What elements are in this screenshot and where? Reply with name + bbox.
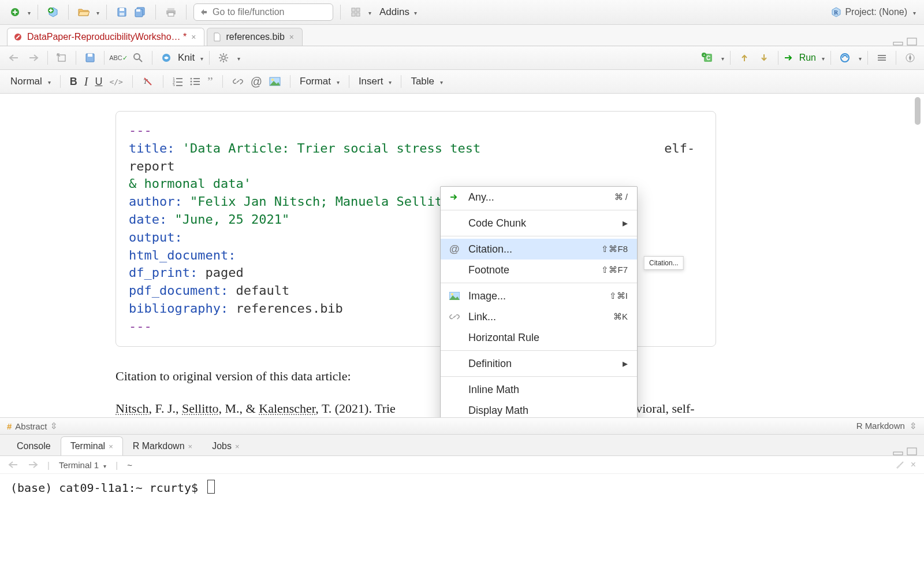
- code-button[interactable]: </>: [109, 77, 122, 86]
- close-rmarkdown-tab[interactable]: ×: [188, 442, 193, 451]
- doctype-dropdown[interactable]: ⇳: [910, 421, 917, 431]
- close-term-icon[interactable]: ×: [911, 460, 916, 470]
- knit-icon[interactable]: [158, 50, 174, 65]
- minimize-bottom-icon[interactable]: [893, 447, 903, 455]
- new-file-dropdown[interactable]: [25, 7, 31, 17]
- menu-inline-math[interactable]: Inline Math: [441, 379, 637, 400]
- menu-display-math[interactable]: Display Math: [441, 400, 637, 418]
- close-tab2[interactable]: ×: [289, 32, 294, 42]
- publish-dropdown[interactable]: [856, 53, 862, 63]
- run-dropdown[interactable]: [819, 53, 825, 63]
- run-button[interactable]: Run: [784, 53, 825, 63]
- underline-button[interactable]: U: [95, 76, 102, 88]
- project-selector[interactable]: R Project: (None): [831, 7, 921, 17]
- svg-rect-16: [352, 8, 355, 12]
- maximize-pane-icon[interactable]: [907, 38, 917, 46]
- insert-chunk-icon[interactable]: C+: [699, 50, 716, 65]
- numbered-list-button[interactable]: 123: [173, 77, 183, 86]
- project-dropdown[interactable]: [911, 7, 916, 17]
- tab-references[interactable]: references.bib ×: [207, 28, 303, 46]
- popout-icon[interactable]: [54, 50, 70, 65]
- table-menu[interactable]: Table: [411, 76, 443, 87]
- new-project-icon[interactable]: [45, 5, 61, 20]
- image-button[interactable]: [269, 77, 281, 86]
- blockquote-button[interactable]: ”: [207, 74, 213, 89]
- save-all-icon[interactable]: [132, 5, 148, 20]
- menu-image[interactable]: Image...⇧⌘I: [441, 286, 637, 306]
- term-nav-back-icon[interactable]: [8, 461, 18, 469]
- bullet-list-button[interactable]: [190, 77, 200, 86]
- find-icon[interactable]: [130, 50, 146, 65]
- maximize-bottom-icon[interactable]: [907, 447, 917, 455]
- close-terminal-tab[interactable]: ×: [109, 442, 113, 451]
- knit-dropdown[interactable]: [198, 53, 203, 63]
- menu-code-chunk[interactable]: Code Chunk: [441, 213, 637, 234]
- menu-footnote[interactable]: Footnote⇧⌘F7: [441, 260, 637, 280]
- svg-rect-8: [120, 8, 124, 11]
- workspace-panes-dropdown[interactable]: [366, 7, 371, 17]
- editor-area[interactable]: --- title: 'Data Article: Trier social s…: [0, 94, 924, 418]
- nav-forward-icon[interactable]: [25, 50, 42, 65]
- svg-point-29: [134, 54, 140, 60]
- tab-rmarkdown[interactable]: R Markdown ×: [123, 436, 202, 455]
- settings-dropdown[interactable]: [235, 53, 240, 63]
- print-icon[interactable]: [163, 5, 179, 20]
- doctype-picker[interactable]: R Markdown: [856, 421, 905, 431]
- bold-button[interactable]: B: [70, 76, 77, 88]
- insert-chunk-dropdown[interactable]: [719, 53, 724, 63]
- outline-icon[interactable]: [874, 50, 890, 65]
- svg-rect-6: [49, 10, 53, 11]
- tab-terminal[interactable]: Terminal ×: [61, 436, 123, 455]
- publish-icon[interactable]: [837, 50, 853, 65]
- editor-scrollbar[interactable]: [914, 97, 922, 414]
- save-doc-icon[interactable]: [82, 50, 98, 65]
- grid-icon[interactable]: [348, 5, 364, 20]
- save-icon[interactable]: [114, 5, 130, 20]
- tab-console[interactable]: Console: [7, 436, 61, 455]
- menu-any[interactable]: Any...⌘ /: [441, 187, 637, 208]
- terminal-body[interactable]: (base) cat09-l1a1:~ rcurty$: [0, 474, 924, 501]
- menu-hrule[interactable]: Horizontal Rule: [441, 327, 637, 348]
- terminal-picker[interactable]: Terminal 1: [59, 460, 106, 470]
- menu-link[interactable]: Link...⌘K: [441, 306, 637, 327]
- svg-rect-25: [907, 38, 916, 45]
- brush-icon[interactable]: [895, 460, 905, 470]
- addins-button[interactable]: Addins: [379, 6, 409, 18]
- section-dropdown[interactable]: ⇳: [50, 421, 58, 431]
- close-jobs-tab[interactable]: ×: [235, 442, 240, 451]
- open-recent-dropdown[interactable]: [94, 7, 99, 17]
- italic-button[interactable]: I: [84, 75, 88, 88]
- new-file-icon[interactable]: [7, 5, 23, 20]
- tab-datapaper[interactable]: DataPaper-ReproducibilityWorksho… * ×: [7, 28, 204, 46]
- tab-jobs[interactable]: Jobs ×: [202, 436, 249, 455]
- image-icon: [449, 292, 460, 300]
- format-menu[interactable]: Format: [300, 76, 340, 87]
- nav-back-icon[interactable]: [6, 50, 22, 65]
- style-picker[interactable]: Normal: [10, 76, 51, 87]
- close-tab1[interactable]: ×: [191, 32, 196, 42]
- insert-menu-button[interactable]: Insert: [359, 76, 392, 87]
- menu-citation[interactable]: @ Citation...⇧⌘F8 Citation...: [441, 239, 637, 260]
- clear-format-button[interactable]: T: [142, 76, 154, 87]
- addins-dropdown[interactable]: [412, 7, 417, 17]
- goto-file-input[interactable]: Go to file/function: [193, 3, 333, 21]
- svg-line-30: [139, 59, 142, 62]
- svg-line-70: [900, 462, 903, 465]
- tab1-label: DataPaper-ReproducibilityWorksho… *: [27, 32, 187, 42]
- compass-icon[interactable]: [902, 50, 918, 65]
- spellcheck-icon[interactable]: ABC✓: [110, 50, 126, 65]
- go-next-chunk-icon[interactable]: [756, 50, 772, 65]
- go-prev-chunk-icon[interactable]: [736, 50, 752, 65]
- link-button[interactable]: [232, 77, 244, 86]
- menu-definition[interactable]: Definition: [441, 353, 637, 374]
- term-nav-fwd-icon[interactable]: [28, 461, 38, 469]
- knit-button[interactable]: Knit: [178, 52, 195, 64]
- gear-icon[interactable]: [215, 50, 232, 65]
- citation-button[interactable]: @: [251, 75, 262, 88]
- svg-text:R: R: [834, 9, 839, 16]
- open-file-icon[interactable]: [76, 5, 92, 20]
- svg-text:C: C: [706, 55, 710, 61]
- r-project-icon: R: [831, 7, 841, 17]
- minimize-pane-icon[interactable]: [893, 38, 903, 46]
- section-picker[interactable]: Abstract: [15, 421, 47, 431]
